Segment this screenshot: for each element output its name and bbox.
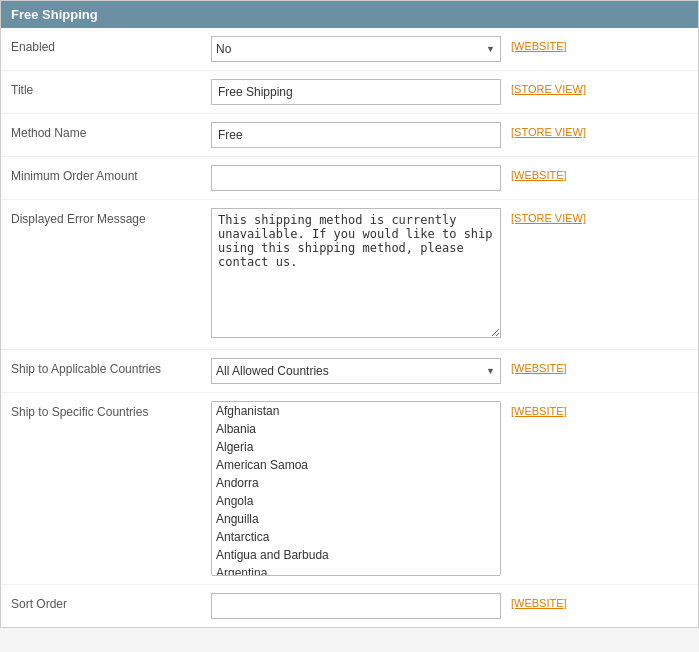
- specific-countries-label: Ship to Specific Countries: [11, 401, 211, 419]
- min-order-input-col: [211, 165, 501, 191]
- applicable-countries-label: Ship to Applicable Countries: [11, 358, 211, 376]
- title-label: Title: [11, 79, 211, 97]
- applicable-countries-input-col: All Allowed Countries Specific Countries: [211, 358, 501, 384]
- min-order-input[interactable]: [211, 165, 501, 191]
- sort-order-row: Sort Order [WEBSITE]: [1, 585, 698, 627]
- sort-order-scope[interactable]: [WEBSITE]: [501, 593, 601, 609]
- specific-countries-scope[interactable]: [WEBSITE]: [501, 401, 601, 417]
- error-message-row: Displayed Error Message This shipping me…: [1, 200, 698, 350]
- method-name-label: Method Name: [11, 122, 211, 140]
- min-order-scope[interactable]: [WEBSITE]: [501, 165, 601, 181]
- specific-countries-input-col: Afghanistan Albania Algeria American Sam…: [211, 401, 501, 576]
- title-input[interactable]: [211, 79, 501, 105]
- sort-order-input-col: [211, 593, 501, 619]
- sort-order-label: Sort Order: [11, 593, 211, 611]
- enabled-row: Enabled No Yes [WEBSITE]: [1, 28, 698, 71]
- applicable-countries-select-wrapper: All Allowed Countries Specific Countries: [211, 358, 501, 384]
- method-name-input[interactable]: [211, 122, 501, 148]
- enabled-label: Enabled: [11, 36, 211, 54]
- title-row: Title [STORE VIEW]: [1, 71, 698, 114]
- enabled-input-col: No Yes: [211, 36, 501, 62]
- applicable-countries-scope[interactable]: [WEBSITE]: [501, 358, 601, 374]
- method-name-row: Method Name [STORE VIEW]: [1, 114, 698, 157]
- title-input-col: [211, 79, 501, 105]
- title-scope[interactable]: [STORE VIEW]: [501, 79, 601, 95]
- free-shipping-panel: Free Shipping Enabled No Yes [WEBSITE] T…: [0, 0, 699, 628]
- panel-title: Free Shipping: [11, 7, 98, 22]
- error-message-label: Displayed Error Message: [11, 208, 211, 226]
- min-order-row: Minimum Order Amount [WEBSITE]: [1, 157, 698, 200]
- enabled-scope[interactable]: [WEBSITE]: [501, 36, 601, 52]
- min-order-label: Minimum Order Amount: [11, 165, 211, 183]
- sort-order-input[interactable]: [211, 593, 501, 619]
- error-message-input-col: This shipping method is currently unavai…: [211, 208, 501, 341]
- method-name-input-col: [211, 122, 501, 148]
- panel-header: Free Shipping: [1, 1, 698, 28]
- applicable-countries-select[interactable]: All Allowed Countries Specific Countries: [211, 358, 501, 384]
- enabled-select[interactable]: No Yes: [211, 36, 501, 62]
- specific-countries-row: Ship to Specific Countries Afghanistan A…: [1, 393, 698, 585]
- panel-body: Enabled No Yes [WEBSITE] Title [STORE VI…: [1, 28, 698, 627]
- error-message-scope[interactable]: [STORE VIEW]: [501, 208, 601, 224]
- error-message-textarea[interactable]: This shipping method is currently unavai…: [211, 208, 501, 338]
- enabled-select-wrapper: No Yes: [211, 36, 501, 62]
- method-name-scope[interactable]: [STORE VIEW]: [501, 122, 601, 138]
- specific-countries-listbox[interactable]: Afghanistan Albania Algeria American Sam…: [211, 401, 501, 576]
- applicable-countries-row: Ship to Applicable Countries All Allowed…: [1, 350, 698, 393]
